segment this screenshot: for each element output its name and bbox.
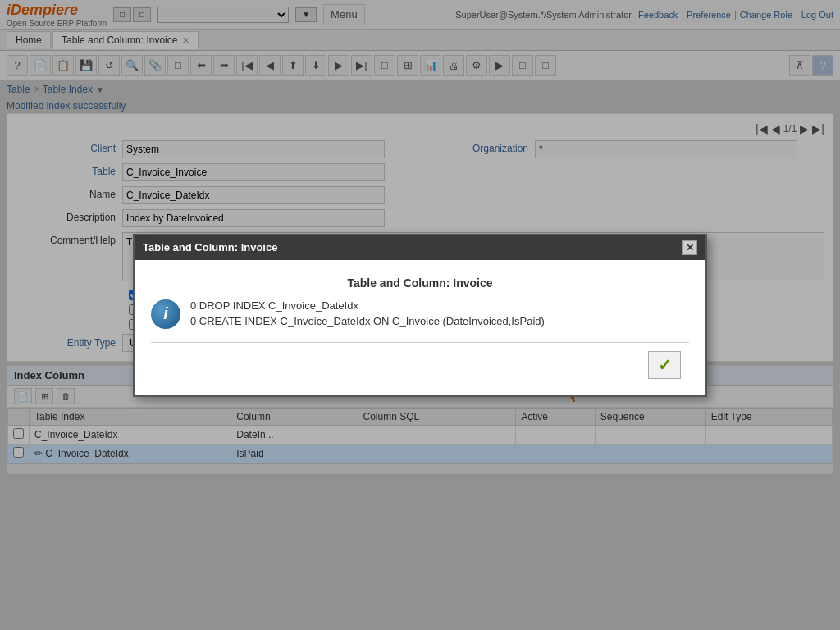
modal-line2: 0 CREATE INDEX C_Invoice_DateIdx ON C_In…	[190, 315, 545, 327]
modal-header: Table and Column: Invoice ✕	[135, 235, 705, 260]
modal-title: Table and Column: Invoice	[151, 276, 689, 290]
modal-body: Table and Column: Invoice i 0 DROP INDEX…	[135, 260, 705, 395]
modal-header-title: Table and Column: Invoice	[143, 241, 277, 253]
modal-overlay: Table and Column: Invoice ✕ Table and Co…	[0, 0, 840, 474]
modal-info-icon: i	[151, 299, 180, 329]
modal-footer: ✓	[151, 342, 689, 387]
modal-messages: 0 DROP INDEX C_Invoice_DateIdx 0 CREATE …	[190, 299, 545, 327]
modal-dialog: Table and Column: Invoice ✕ Table and Co…	[133, 234, 707, 397]
modal-ok-icon: ✓	[658, 355, 672, 375]
modal-content: i 0 DROP INDEX C_Invoice_DateIdx 0 CREAT…	[151, 299, 689, 329]
modal-line1: 0 DROP INDEX C_Invoice_DateIdx	[190, 299, 545, 312]
modal-close-button[interactable]: ✕	[682, 240, 697, 255]
modal-ok-button[interactable]: ✓	[648, 351, 681, 379]
